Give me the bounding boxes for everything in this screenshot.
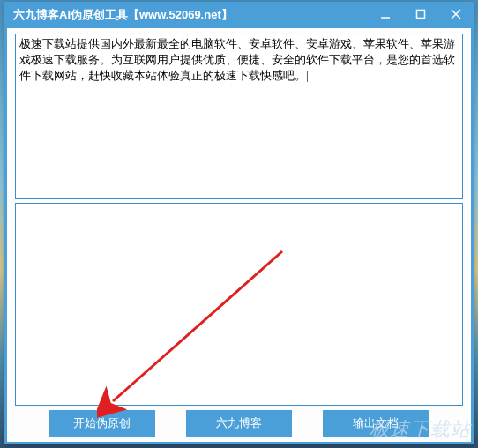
- close-button[interactable]: [438, 2, 474, 26]
- window-controls: [368, 2, 474, 28]
- minimize-icon: [380, 9, 391, 19]
- window-title: 六九博客AI伪原创工具【www.52069.net】: [13, 7, 368, 23]
- minimize-button[interactable]: [368, 2, 403, 26]
- maximize-button[interactable]: [403, 2, 438, 26]
- input-textarea[interactable]: [15, 34, 463, 199]
- start-button[interactable]: 开始伪原创: [49, 410, 155, 437]
- blog-button[interactable]: 六九博客: [186, 410, 292, 437]
- maximize-icon: [415, 9, 426, 19]
- svg-rect-1: [417, 11, 425, 19]
- button-row: 开始伪原创 六九博客 输出文档: [7, 410, 471, 437]
- output-textarea[interactable]: [15, 203, 463, 406]
- close-icon: [451, 9, 461, 19]
- titlebar: 六九博客AI伪原创工具【www.52069.net】: [4, 2, 474, 28]
- export-button[interactable]: 输出文档: [323, 410, 429, 437]
- app-window: 六九博客AI伪原创工具【www.52069.net】 开始伪原创 六九博客 输出…: [4, 2, 474, 444]
- client-area: 开始伪原创 六九博客 输出文档: [7, 28, 471, 442]
